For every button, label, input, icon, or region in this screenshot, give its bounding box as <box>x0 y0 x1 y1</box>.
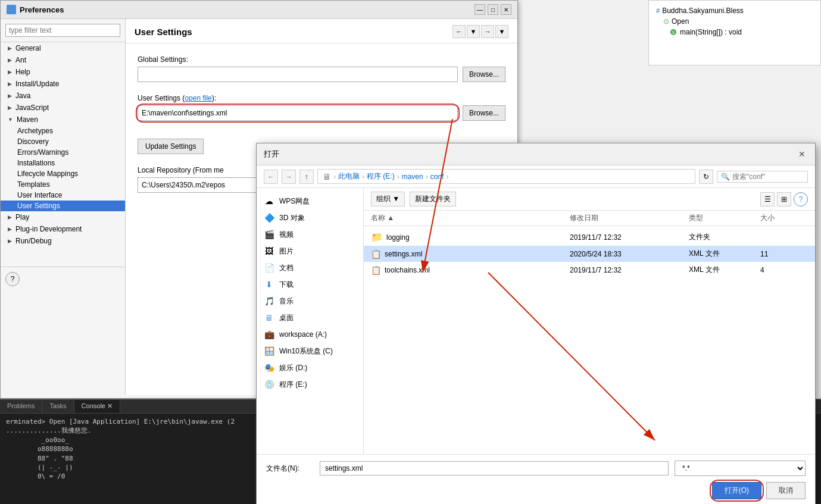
fd-sidebar-document[interactable]: 📄 文档 <box>257 259 363 276</box>
fd-sidebar-music[interactable]: 🎵 音乐 <box>257 293 363 309</box>
user-browse-button[interactable]: Browse... <box>463 105 505 121</box>
fd-file-row-settings[interactable]: 📋 settings.xml 2020/5/24 18:33 XML 文件 11 <box>364 246 815 262</box>
titlebar-buttons: — □ ✕ <box>475 4 511 15</box>
user-settings-label: User Settings (open file): <box>138 94 505 102</box>
video-label: 视频 <box>279 230 294 240</box>
breadcrumb-conf[interactable]: conf <box>430 173 444 181</box>
sidebar-item-maven[interactable]: ▼ Maven <box>1 114 125 126</box>
fd-sidebar-workspace[interactable]: 💼 workspace (A:) <box>257 326 363 343</box>
fd-list-view-button[interactable]: ☰ <box>760 192 775 206</box>
outline-item-open[interactable]: ⊙ Open <box>654 16 816 27</box>
sidebar-item-play[interactable]: ▶ Play <box>1 211 125 223</box>
user-settings-input-wrapper <box>138 105 458 121</box>
fd-type-settings: XML 文件 <box>689 249 760 259</box>
outline-panel: # Buddha.Sakyamuni.Bless ⊙ Open s main(S… <box>648 0 821 65</box>
filter-box <box>1 19 125 42</box>
expand-arrow-ant: ▶ <box>8 57 12 63</box>
fd-sidebar-video[interactable]: 🎬 视频 <box>257 226 363 243</box>
sidebar-item-discovery[interactable]: Discovery <box>1 136 125 147</box>
fd-sidebar-program[interactable]: 💿 程序 (E:) <box>257 376 363 393</box>
fd-sidebar-desktop[interactable]: 🖥 桌面 <box>257 309 363 326</box>
fd-date-settings: 2020/5/24 18:33 <box>570 250 689 258</box>
sidebar-item-help[interactable]: ▶ Help <box>1 66 125 78</box>
col-header-size[interactable]: 大小 <box>760 213 808 223</box>
fd-refresh-button[interactable]: ↻ <box>699 170 713 184</box>
nav-forward-button[interactable]: → <box>481 25 494 38</box>
fd-open-button[interactable]: 打开(O) <box>712 482 761 499</box>
sidebar-item-user-interface[interactable]: User Interface <box>1 190 125 201</box>
fd-filename-settings: settings.xml <box>385 250 422 258</box>
fd-sidebar-picture[interactable]: 🖼 图片 <box>257 243 363 259</box>
breadcrumb-drive[interactable]: 程序 (E:) <box>367 171 395 181</box>
sidebar-item-plugin-dev[interactable]: ▶ Plug-in Development <box>1 223 125 235</box>
sidebar-item-archetypes[interactable]: Archetypes <box>1 126 125 136</box>
maximize-button[interactable]: □ <box>488 4 498 15</box>
fd-help-button[interactable]: ? <box>794 192 808 206</box>
outline-item-class[interactable]: # Buddha.Sakyamuni.Bless <box>654 5 816 16</box>
fd-cancel-button[interactable]: 取消 <box>766 482 806 499</box>
filter-input[interactable] <box>5 24 120 37</box>
fd-search-input[interactable] <box>732 173 804 181</box>
sidebar-item-java[interactable]: ▶ Java <box>1 90 125 102</box>
fd-filename-row: 文件名(N): *.* <box>266 461 806 476</box>
col-header-date[interactable]: 修改日期 <box>570 213 689 223</box>
fd-file-row-toolchains[interactable]: 📋 toolchains.xml 2019/11/7 12:32 XML 文件 … <box>364 262 815 278</box>
fd-new-folder-button[interactable]: 新建文件夹 <box>410 192 456 206</box>
minimize-button[interactable]: — <box>475 4 485 15</box>
fd-grid-view-button[interactable]: ⊞ <box>777 192 791 206</box>
fd-back-button[interactable]: ← <box>264 170 278 184</box>
open-file-link[interactable]: open file <box>185 94 211 102</box>
fd-filetype-dropdown[interactable]: *.* <box>675 461 806 476</box>
fd-file-row-logging[interactable]: 📁 logging 2019/11/7 12:32 文件夹 <box>364 228 815 246</box>
fd-organize-button[interactable]: 组织 ▼ <box>371 192 405 206</box>
sidebar-help-button[interactable]: ? <box>5 272 20 286</box>
expand-arrow-js: ▶ <box>8 105 12 111</box>
wps-label: WPS网盘 <box>279 196 310 206</box>
fd-column-headers: 名称 ▲ 修改日期 类型 大小 <box>364 211 815 226</box>
close-button[interactable]: ✕ <box>501 4 511 15</box>
nav-back-menu-button[interactable]: ▼ <box>467 25 480 38</box>
sidebar-item-javascript[interactable]: ▶ JavaScript <box>1 102 125 114</box>
fd-search-box: 🔍 <box>717 171 808 183</box>
sidebar-label-general: General <box>15 44 41 52</box>
fd-sidebar-wps[interactable]: ☁ WPS网盘 <box>257 193 363 209</box>
sidebar-item-lifecycle[interactable]: Lifecycle Mappings <box>1 168 125 179</box>
global-browse-button[interactable]: Browse... <box>463 67 505 82</box>
col-header-name[interactable]: 名称 ▲ <box>371 213 570 223</box>
breadcrumb-maven[interactable]: maven <box>402 173 423 181</box>
col-header-type[interactable]: 类型 <box>689 213 760 223</box>
sidebar-item-run-debug[interactable]: ▶ Run/Debug <box>1 235 125 247</box>
download-label: 下载 <box>279 280 294 290</box>
fd-forward-button[interactable]: → <box>282 170 296 184</box>
global-settings-input[interactable] <box>138 67 458 82</box>
entertainment-label: 娱乐 (D:) <box>279 363 307 373</box>
sidebar-item-installations[interactable]: Installations <box>1 158 125 168</box>
sidebar-item-general[interactable]: ▶ General <box>1 42 125 54</box>
sidebar-item-ant[interactable]: ▶ Ant <box>1 54 125 66</box>
file-dialog-close-button[interactable]: ✕ <box>796 148 808 160</box>
sidebar-item-errors-warnings[interactable]: Errors/Warnings <box>1 147 125 158</box>
sidebar-label-help: Help <box>15 68 30 76</box>
sidebar-label-play: Play <box>15 213 29 221</box>
fd-filename-label: 文件名(N): <box>266 464 314 474</box>
tab-tasks[interactable]: Tasks <box>42 400 74 413</box>
sidebar-item-install-update[interactable]: ▶ Install/Update <box>1 78 125 90</box>
tab-console[interactable]: Console ✕ <box>74 400 120 413</box>
fd-sidebar-entertainment[interactable]: 🎭 娱乐 (D:) <box>257 359 363 376</box>
fd-up-button[interactable]: ↑ <box>299 170 314 184</box>
fd-sidebar-download[interactable]: ⬇ 下载 <box>257 276 363 293</box>
fd-date-logging: 2019/11/7 12:32 <box>570 233 689 242</box>
sidebar-item-templates[interactable]: Templates <box>1 179 125 190</box>
fd-sidebar-win10[interactable]: 🪟 Win10系统盘 (C) <box>257 343 363 359</box>
outline-item-method[interactable]: s main(String[]) : void <box>654 27 816 37</box>
sidebar-item-user-settings[interactable]: User Settings <box>1 201 125 211</box>
breadcrumb-thispc[interactable]: 此电脑 <box>338 171 360 181</box>
fd-filename-input[interactable] <box>320 461 669 475</box>
update-settings-button[interactable]: Update Settings <box>138 139 204 154</box>
tab-problems[interactable]: Problems <box>0 400 42 413</box>
user-settings-input[interactable] <box>138 105 458 121</box>
nav-back-button[interactable]: ← <box>452 25 466 38</box>
fd-sidebar-3d[interactable]: 🔷 3D 对象 <box>257 209 363 226</box>
nav-forward-menu-button[interactable]: ▼ <box>495 25 508 38</box>
picture-icon: 🖼 <box>264 246 274 256</box>
